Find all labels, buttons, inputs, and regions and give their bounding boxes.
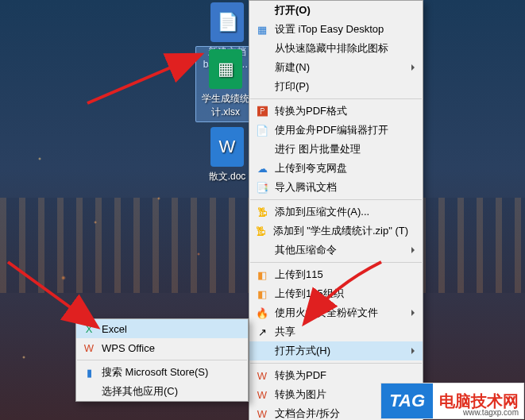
context-menu-main: 打开(O) ▦设置 iTop Easy Desktop 从快速隐藏中排除此图标 … bbox=[249, 0, 423, 420]
tag-text: 电脑技术网 bbox=[433, 393, 523, 410]
tag-badge: TAG bbox=[381, 383, 433, 418]
separator bbox=[250, 262, 422, 263]
menu-convert-pdf[interactable]: 🅿转换为PDF格式 bbox=[249, 102, 423, 121]
tag-url: www.tagxp.com bbox=[463, 408, 519, 417]
separator bbox=[250, 98, 422, 99]
menu-other-compress[interactable]: 其他压缩命令 bbox=[249, 241, 423, 260]
menu-add-archive[interactable]: 🗜添加到压缩文件(A)... bbox=[249, 202, 423, 222]
pdf-icon: 🅿 bbox=[254, 105, 270, 118]
menu-jinzhou-pdf[interactable]: 📄使用金舟PDF编辑器打开 bbox=[249, 121, 423, 140]
doc-file-icon: W bbox=[210, 127, 244, 167]
icon-label: 学生成绩统计.xlsx bbox=[196, 92, 255, 119]
wps-icon: W bbox=[254, 369, 270, 382]
menu-itop-desktop[interactable]: ▦设置 iTop Easy Desktop bbox=[249, 20, 423, 39]
openwith-excel[interactable]: XExcel bbox=[76, 319, 248, 338]
menu-share[interactable]: ↗共享 bbox=[249, 322, 423, 341]
separator bbox=[250, 363, 422, 364]
menu-upload-115-org[interactable]: ◧上传到115组织 bbox=[249, 284, 423, 303]
text-file-icon: 📄 bbox=[210, 2, 244, 42]
grid-icon: ▦ bbox=[254, 23, 270, 36]
store-icon: ▮ bbox=[81, 366, 97, 379]
archive-icon: 🗜 bbox=[254, 206, 270, 218]
menu-huorong-shred[interactable]: 🔥使用火绒安全粉碎文件 bbox=[249, 303, 423, 322]
menu-open[interactable]: 打开(O) bbox=[249, 1, 423, 20]
openwith-choose[interactable]: 选择其他应用(C) bbox=[76, 382, 248, 401]
menu-exclude-quick-hide[interactable]: 从快速隐藏中排除此图标 bbox=[249, 39, 423, 58]
wps-icon: W bbox=[254, 407, 270, 420]
115-org-icon: ◧ bbox=[254, 287, 270, 300]
archive-icon: 🗜 bbox=[254, 225, 268, 237]
wps-icon: W bbox=[81, 341, 97, 354]
openwith-wps[interactable]: WWPS Office bbox=[76, 338, 248, 357]
shred-icon: 🔥 bbox=[254, 306, 270, 319]
desktop-icon-xlsx[interactable]: ▦ 学生成绩统计.xlsx bbox=[195, 46, 256, 122]
menu-print[interactable]: 打印(P) bbox=[249, 77, 423, 96]
115-icon: ◧ bbox=[254, 268, 270, 281]
menu-new[interactable]: 新建(N) bbox=[249, 58, 423, 77]
separator bbox=[250, 199, 422, 200]
excel-icon: X bbox=[81, 322, 97, 335]
watermark-tag: TAG 电脑技术网 www.tagxp.com bbox=[380, 383, 524, 419]
menu-upload-quark[interactable]: ☁上传到夸克网盘 bbox=[249, 159, 423, 178]
wps-icon: W bbox=[254, 388, 270, 401]
pdf-edit-icon: 📄 bbox=[254, 124, 270, 137]
tencent-doc-icon: 📑 bbox=[254, 181, 270, 194]
cloud-icon: ☁ bbox=[254, 162, 270, 175]
menu-image-batch[interactable]: 进行 图片批量处理 bbox=[249, 140, 423, 159]
share-icon: ↗ bbox=[254, 326, 270, 338]
menu-open-with[interactable]: 打开方式(H) bbox=[249, 341, 423, 360]
menu-tencent-doc[interactable]: 📑导入腾讯文档 bbox=[249, 178, 423, 197]
separator bbox=[77, 360, 247, 360]
menu-upload-115[interactable]: ◧上传到115 bbox=[249, 265, 423, 284]
xlsx-file-icon: ▦ bbox=[209, 49, 242, 89]
openwith-store[interactable]: ▮搜索 Microsoft Store(S) bbox=[76, 363, 248, 382]
context-menu-open-with: XExcel WWPS Office ▮搜索 Microsoft Store(S… bbox=[75, 318, 249, 402]
menu-add-zip[interactable]: 🗜添加到 "学生成绩统计.zip" (T) bbox=[249, 222, 423, 241]
